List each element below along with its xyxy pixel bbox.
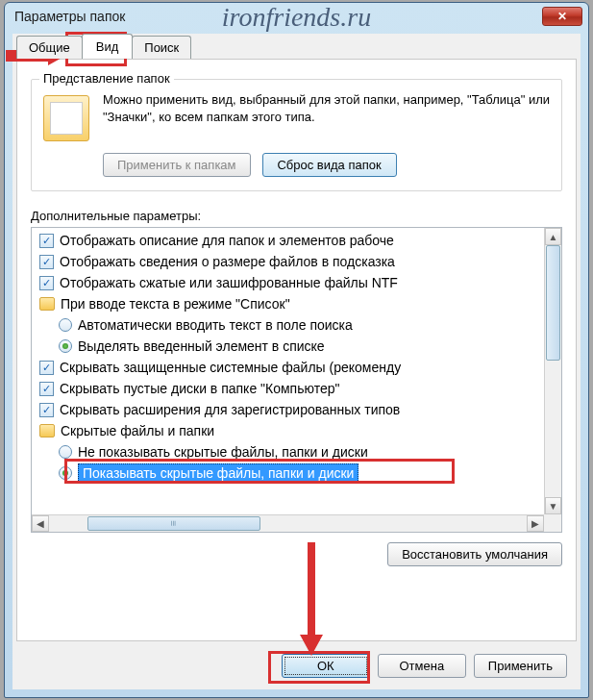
tab-view[interactable]: Вид — [82, 34, 134, 59]
radio-icon[interactable] — [59, 466, 72, 480]
restore-defaults-button[interactable]: Восстановить умолчания — [387, 542, 562, 566]
cancel-button[interactable]: Отмена — [378, 654, 466, 678]
list-item-show-hidden[interactable]: Показывать скрытые файлы, папки и диски — [36, 462, 557, 484]
item-label: Скрывать пустые диски в папке "Компьютер… — [60, 381, 339, 396]
list-item: Скрытые файлы и папки — [36, 420, 557, 441]
folder-small-icon — [39, 297, 55, 311]
list-item[interactable]: ✓Скрывать расширения для зарегистрирован… — [36, 399, 557, 420]
folder-views-desc: Можно применить вид, выбранный для этой … — [103, 91, 550, 141]
window-title: Параметры папок — [14, 9, 542, 24]
titlebar: Параметры папок ✕ — [5, 3, 588, 30]
item-label: При вводе текста в режиме "Список" — [61, 296, 290, 312]
list-item: При вводе текста в режиме "Список" — [36, 293, 557, 314]
folder-views-legend: Представление папок — [39, 71, 174, 86]
item-label: Выделять введенный элемент в списке — [78, 338, 325, 354]
scroll-right-icon[interactable]: ▶ — [527, 515, 544, 532]
apply-button[interactable]: Применить — [474, 654, 567, 678]
checkbox-icon[interactable]: ✓ — [39, 403, 54, 417]
scroll-thumb-v[interactable] — [546, 245, 560, 361]
tabstrip: Общие Вид Поиск — [16, 36, 581, 59]
folder-options-window: Параметры папок ✕ Общие Вид Поиск Предст… — [4, 2, 589, 698]
dialog-buttons: ОК Отмена Применить — [282, 654, 567, 678]
vertical-scrollbar[interactable]: ▲ ▼ — [544, 228, 561, 514]
item-label: Скрывать расширения для зарегистрированн… — [60, 402, 400, 417]
tab-search[interactable]: Поиск — [132, 36, 191, 59]
close-icon: ✕ — [557, 10, 567, 23]
apply-to-folders-button: Применить к папкам — [103, 153, 251, 177]
advanced-settings-tree[interactable]: ✓Отображать описание для папок и элемент… — [31, 227, 562, 533]
scroll-corner — [544, 514, 561, 532]
horizontal-scrollbar[interactable]: ◀ ▶ — [32, 514, 544, 532]
item-label: Скрывать защищенные системные файлы (рек… — [60, 360, 401, 375]
item-label-selected: Показывать скрытые файлы, папки и диски — [78, 463, 358, 483]
radio-icon[interactable] — [59, 318, 72, 332]
radio-icon[interactable] — [59, 445, 72, 459]
list-item[interactable]: Автоматически вводить текст в поле поиск… — [36, 314, 557, 336]
item-label: Отображать сведения о размере файлов в п… — [60, 254, 395, 269]
scroll-down-icon[interactable]: ▼ — [545, 497, 561, 514]
folder-icon — [43, 95, 89, 141]
close-button[interactable]: ✕ — [542, 7, 582, 26]
ok-button[interactable]: ОК — [282, 654, 370, 678]
list-item[interactable]: Выделять введенный элемент в списке — [36, 336, 557, 357]
checkbox-icon[interactable]: ✓ — [39, 361, 54, 375]
item-label: Отображать описание для папок и элементо… — [60, 233, 394, 248]
list-item[interactable]: ✓Скрывать защищенные системные файлы (ре… — [36, 357, 557, 378]
checkbox-icon[interactable]: ✓ — [39, 382, 54, 396]
list-item[interactable]: ✓Отображать сведения о размере файлов в … — [36, 251, 557, 272]
folder-views-group: Представление папок Можно применить вид,… — [31, 79, 562, 191]
checkbox-icon[interactable]: ✓ — [39, 255, 54, 269]
tab-general[interactable]: Общие — [16, 36, 83, 59]
scroll-thumb-h[interactable] — [87, 516, 260, 531]
scroll-left-icon[interactable]: ◀ — [32, 515, 49, 532]
checkbox-icon[interactable]: ✓ — [39, 234, 54, 248]
list-item[interactable]: Не показывать скрытые файлы, папки и дис… — [36, 441, 557, 462]
radio-icon[interactable] — [59, 339, 72, 353]
item-label: Отображать сжатые или зашифрованные файл… — [60, 275, 398, 290]
list-item[interactable]: ✓Скрывать пустые диски в папке "Компьюте… — [36, 378, 557, 399]
list-item[interactable]: ✓Отображать описание для папок и элемент… — [36, 230, 557, 251]
advanced-settings-label: Дополнительные параметры: — [31, 209, 562, 223]
reset-folders-button[interactable]: Сброс вида папок — [262, 153, 397, 177]
item-label: Скрытые файлы и папки — [61, 423, 214, 438]
view-tab-panel: Представление папок Можно применить вид,… — [16, 59, 577, 641]
client-area: Общие Вид Поиск Представление папок Можн… — [12, 34, 581, 689]
list-item[interactable]: ✓Отображать сжатые или зашифрованные фай… — [36, 272, 557, 293]
item-label: Не показывать скрытые файлы, папки и дис… — [78, 444, 368, 460]
folder-small-icon — [39, 424, 55, 438]
scroll-up-icon[interactable]: ▲ — [545, 228, 561, 245]
item-label: Автоматически вводить текст в поле поиск… — [78, 317, 353, 333]
checkbox-icon[interactable]: ✓ — [39, 276, 54, 290]
